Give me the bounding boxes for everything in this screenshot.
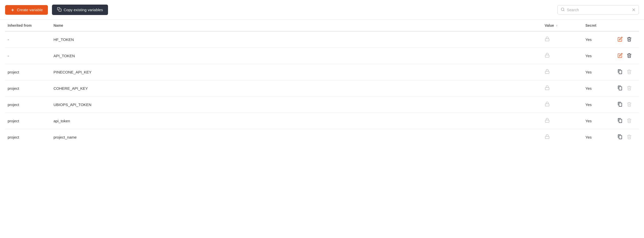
plus-icon: ＋ (10, 8, 15, 12)
cell-name: project_name (51, 129, 542, 145)
delete-button-disabled (625, 68, 633, 76)
lock-icon (545, 53, 550, 59)
svg-rect-6 (545, 87, 549, 90)
cell-secret: Yes (583, 129, 613, 145)
copy-button[interactable] (616, 84, 624, 92)
delete-button-disabled (625, 101, 633, 109)
cell-value (542, 80, 583, 97)
svg-rect-4 (545, 55, 549, 57)
cell-actions (613, 80, 639, 97)
lock-icon (545, 135, 550, 140)
cell-secret: Yes (583, 48, 613, 64)
cell-name: api_token (51, 113, 542, 129)
table-row: projectproject_name Yes (5, 129, 639, 145)
lock-icon (545, 102, 550, 108)
table-row: projectUBIOPS_API_TOKEN Yes (5, 97, 639, 113)
actions-container (616, 133, 636, 141)
svg-rect-7 (545, 104, 549, 106)
actions-container (616, 52, 636, 60)
cell-inherited-from: project (5, 80, 51, 97)
cell-value (542, 97, 583, 113)
cell-name: PINECONE_API_KEY (51, 64, 542, 80)
cell-value (542, 31, 583, 48)
cell-secret: Yes (583, 31, 613, 48)
cell-inherited-from: - (5, 48, 51, 64)
cell-value (542, 64, 583, 80)
cell-inherited-from: project (5, 113, 51, 129)
table-row: -API_TOKEN Yes (5, 48, 639, 64)
cell-value (542, 48, 583, 64)
lock-icon (545, 69, 550, 75)
actions-container (616, 84, 636, 92)
cell-inherited-from: - (5, 31, 51, 48)
delete-button-disabled (625, 84, 633, 92)
cell-name: UBIOPS_API_TOKEN (51, 97, 542, 113)
search-container: ✕ (557, 5, 639, 14)
lock-icon (545, 37, 550, 42)
cell-actions (613, 113, 639, 129)
column-header-secret: Secret (583, 20, 613, 31)
copy-existing-variables-label: Copy existing variables (64, 8, 103, 12)
svg-rect-8 (545, 120, 549, 122)
variables-table: Inherited from Name Value ↑ Secret -HF_T… (5, 20, 639, 145)
create-variable-label: Create variable (17, 8, 43, 12)
copy-button[interactable] (616, 133, 624, 141)
cell-value (542, 113, 583, 129)
delete-button[interactable] (625, 36, 633, 43)
lock-icon (545, 118, 550, 124)
create-variable-button[interactable]: ＋ Create variable (5, 5, 48, 15)
cell-actions (613, 129, 639, 145)
svg-rect-0 (59, 9, 61, 11)
actions-container (616, 117, 636, 125)
cell-name: HF_TOKEN (51, 31, 542, 48)
search-icon (561, 7, 565, 12)
copy-icon (57, 7, 62, 12)
toolbar: ＋ Create variable Copy existing variable… (0, 0, 644, 20)
svg-rect-5 (545, 71, 549, 73)
cell-name: API_TOKEN (51, 48, 542, 64)
sort-arrow-icon: ↑ (556, 24, 557, 27)
search-input[interactable] (567, 8, 630, 12)
table-row: projectapi_token Yes (5, 113, 639, 129)
cell-actions (613, 31, 639, 48)
search-clear-button[interactable]: ✕ (632, 8, 636, 12)
cell-actions (613, 48, 639, 64)
table-header-row: Inherited from Name Value ↑ Secret (5, 20, 639, 31)
copy-button[interactable] (616, 117, 624, 125)
cell-inherited-from: project (5, 129, 51, 145)
cell-actions (613, 64, 639, 80)
svg-rect-3 (545, 39, 549, 41)
edit-button[interactable] (616, 36, 624, 43)
table-body: -HF_TOKEN Yes -API_TOKEN Yes (5, 31, 639, 145)
actions-container (616, 68, 636, 76)
delete-button-disabled (625, 117, 633, 125)
cell-actions (613, 97, 639, 113)
cell-secret: Yes (583, 113, 613, 129)
cell-inherited-from: project (5, 64, 51, 80)
column-header-value[interactable]: Value ↑ (542, 20, 583, 31)
actions-container (616, 101, 636, 109)
cell-inherited-from: project (5, 97, 51, 113)
edit-button[interactable] (616, 52, 624, 60)
delete-button[interactable] (625, 52, 633, 60)
table-row: -HF_TOKEN Yes (5, 31, 639, 48)
cell-name: COHERE_API_KEY (51, 80, 542, 97)
svg-line-2 (564, 10, 564, 11)
column-header-actions (613, 20, 639, 31)
copy-existing-variables-button[interactable]: Copy existing variables (52, 5, 108, 15)
cell-secret: Yes (583, 64, 613, 80)
actions-container (616, 36, 636, 43)
lock-icon (545, 86, 550, 91)
column-header-inherited-from: Inherited from (5, 20, 51, 31)
table-row: projectCOHERE_API_KEY Yes (5, 80, 639, 97)
copy-button[interactable] (616, 68, 624, 76)
delete-button-disabled (625, 133, 633, 141)
svg-rect-9 (545, 136, 549, 139)
column-header-name: Name (51, 20, 542, 31)
cell-secret: Yes (583, 80, 613, 97)
table-row: projectPINECONE_API_KEY Yes (5, 64, 639, 80)
cell-secret: Yes (583, 97, 613, 113)
copy-button[interactable] (616, 101, 624, 109)
variables-table-container: Inherited from Name Value ↑ Secret -HF_T… (0, 20, 644, 145)
cell-value (542, 129, 583, 145)
